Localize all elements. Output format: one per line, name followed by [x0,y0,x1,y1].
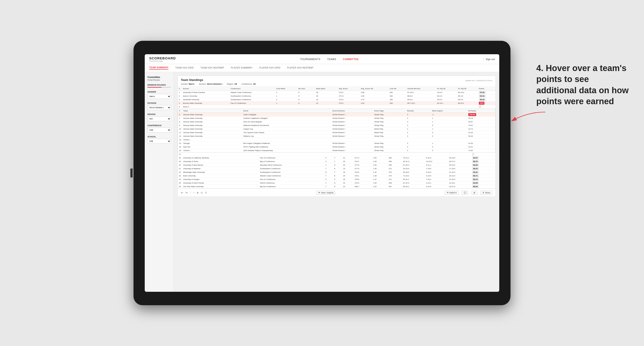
points[interactable]: 83.09 [471,181,496,185]
vs50: 29-27-2 [448,160,471,163]
gender-select[interactable]: Men's [148,94,171,99]
undo-button[interactable]: ↩ [181,191,183,194]
points-value: 90.32 [479,98,486,101]
watch-button[interactable]: 👁 Watch ▾ [445,191,459,195]
tab-player-h2h-grid[interactable]: PLAYER H2H GRID [260,67,280,69]
filter-school: School (All) [148,136,171,144]
redo-button[interactable]: ↪ [185,191,188,194]
table-row-highlighted[interactable]: 4 Arizona State University Pac-12 Confer… [178,102,496,105]
tab-team-h2h-heatmap[interactable]: TEAM H2H HEATMAP [200,67,224,69]
rounds-slider[interactable] [148,87,171,88]
low-sg: 272 [388,167,402,171]
grid-button[interactable]: ⊞ [472,191,477,195]
tab-player-h2h-heatmap[interactable]: PLAYER H2H HEATMAP [287,67,313,69]
points[interactable]: 88.14 [471,178,496,181]
points[interactable]: 88.71 [471,174,496,178]
zoom-out-button[interactable]: − [190,192,191,194]
tooltip-row[interactable]: 9 Arizona State University National Invi… [178,124,495,127]
vs25 [425,153,448,156]
school-select[interactable]: (All) [148,139,171,144]
table-row[interactable]: 25 University of North Florida ASUN Conf… [178,181,496,185]
col-avg-score: Avg. Score SG [360,87,389,91]
points-value: 88.70 [472,160,479,163]
table-row[interactable]: 20 University of New Mexico Mountain Wes… [178,163,496,167]
conf-rank: 1 [324,163,333,167]
points[interactable]: 83.41 [471,171,496,174]
filter-region-display: Region: All [227,83,237,85]
points[interactable] [471,153,496,156]
paste-button[interactable]: ⊡ [201,192,202,194]
bnds-wins: 19 [315,98,338,102]
nav-committee[interactable]: COMMITTEE [343,58,359,60]
table-row[interactable]: 1 University of North Carolina Atlantic … [178,91,496,94]
table-row[interactable]: 24 University of Oregon Pac-12 Conferenc… [178,178,496,181]
table-row[interactable]: 2 Auburn University Southeastern Confere… [178,94,496,98]
vs50 [448,153,471,156]
tooltip-row[interactable]: 16 Univers... 2023 Sahalee Players Champ… [178,149,495,152]
points[interactable]: 93.31 [478,94,496,98]
table-row[interactable]: 21 University of Alabama Southeastern Co… [178,167,496,171]
tab-player-summary[interactable]: PLAYER SUMMARY [231,67,253,69]
event-division: NCAA Division I [332,113,373,117]
points[interactable]: 88.94 [471,185,496,188]
comment-button[interactable]: 💬 [462,191,468,195]
overall-record: 71-22-2 [402,174,425,178]
points[interactable]: 88.43 [471,167,496,171]
division-select[interactable]: NCAA Division I [148,105,171,110]
points[interactable]: 88.49 [471,163,496,167]
adj-score [338,105,360,109]
points[interactable]: 78.5 [478,102,496,105]
table-row[interactable]: 3 Vanderbilt University Southeastern Con… [178,98,496,102]
points-value: 97.02 [479,91,486,94]
table-row[interactable]: 5 Texas T... [178,105,496,109]
adj-score: 278.6 [354,171,372,174]
vs25: 29-4-0 [436,94,457,98]
tooltip-row[interactable]: 13 Univers... [178,138,495,142]
conference-name: Pac-12 Conference [259,156,324,160]
tooltip-row[interactable]: 10 Arizona State University Copper Cup N… [178,127,495,131]
tooltip-row[interactable]: 14 Georgia Ben Hogan Collegiate Invitati… [178,142,495,145]
side-button[interactable] [130,169,132,177]
tooltip-row[interactable]: 8 Arizona State University Amer An Inter… [178,120,495,124]
nav-tournaments[interactable]: TOURNAMENTS [300,58,320,60]
copy-button[interactable]: ⊞ [197,192,198,194]
update-time: Update time: 13/03/2024 10:03:42 [465,80,492,82]
points[interactable]: 83.07 [471,156,496,160]
sign-out-link[interactable]: Sign out [486,58,495,60]
rounds: 2 [406,127,431,131]
table-row[interactable]: 23 Duke University Atlantic Coast Confer… [178,174,496,178]
tooltip-row[interactable]: 15 East Tee OFCC Fighting Illini Invitat… [178,145,495,149]
conf-rank: 1 [275,91,297,94]
vs25: 7-19-1 [425,178,448,181]
table-row[interactable]: 22 Mississippi State University Southeas… [178,171,496,174]
table-row[interactable]: 18 University of California, Berkeley Pa… [178,156,496,160]
points[interactable]: 97.02 [478,91,496,94]
w-points: 74.30 [467,149,495,152]
nav-teams[interactable]: TEAMS [327,58,336,60]
view-original-button[interactable]: 👁 View: Original [316,191,335,195]
tooltip-row[interactable]: 6 Arizona State University Celtic Colleg… [178,113,495,117]
adj-score: 278.8 [354,178,372,181]
zoom-in-button[interactable]: + [193,192,194,194]
points[interactable]: 88.70 [471,160,496,163]
tooltip-row[interactable]: 12 Arizona State University Williams Cup… [178,135,495,138]
points[interactable] [478,105,496,109]
tab-team-h2h-grid[interactable]: TEAM H2H GRID [175,67,194,69]
conf-rank: 1 [275,102,297,105]
row-num: 4 [178,102,182,105]
table-row[interactable]: 19 University of Texas Big 12 Conference… [178,160,496,163]
conf-rank: 8 [324,171,333,174]
tooltip-row[interactable]: 11 Arizona State University The Cypress … [178,131,495,135]
points[interactable]: 90.32 [478,98,496,102]
tab-team-summary[interactable]: TEAM SUMMARY [149,66,168,70]
table-row[interactable]: 17 [178,153,496,156]
region-select[interactable]: N/A [148,116,171,121]
table-row[interactable]: 26 The Ohio State University Big Ten Con… [178,185,496,188]
row-num: 17 [178,153,182,156]
overall-record: 42-10-0 [402,167,425,171]
conference-select[interactable]: (All) [148,128,171,133]
row-num: 11 [178,131,182,135]
share-button[interactable]: ⬆ Share [480,191,492,195]
tooltip-row[interactable]: 7 Arizona State University Southern High… [178,117,495,120]
overall-record: 57-23-2 [402,163,425,167]
